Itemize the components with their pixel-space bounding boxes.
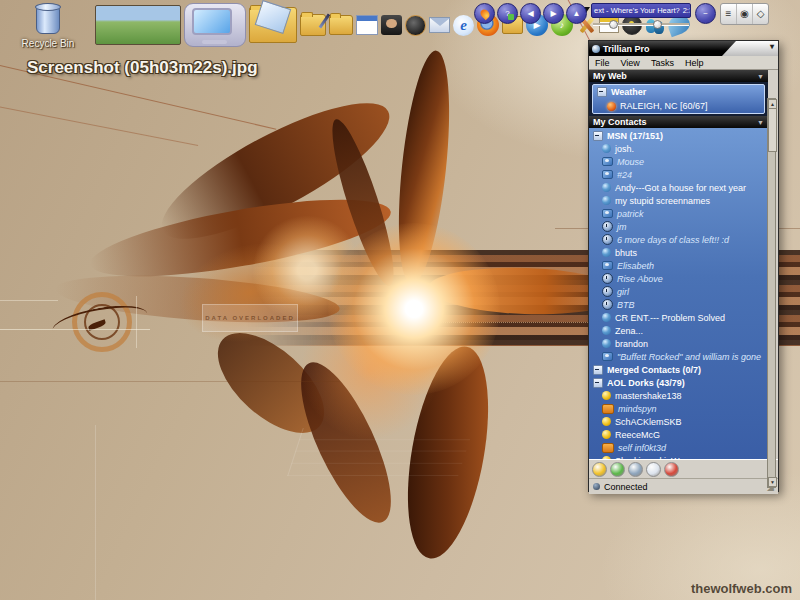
contact-group-header[interactable]: Merged Contacts (0/7) [589, 363, 768, 376]
contact-row[interactable]: CR ENT.--- Problem Solved [589, 311, 768, 324]
collapse-group-icon[interactable] [593, 365, 603, 375]
contact-row[interactable]: Mouse [589, 155, 768, 168]
folder-pen-icon[interactable] [300, 14, 326, 36]
collapse-group-icon[interactable] [593, 131, 603, 141]
contact-row[interactable]: 6 more days of class left!! :d [589, 233, 768, 246]
chevron-down-icon[interactable]: ▼ [757, 119, 764, 126]
diamond-button[interactable]: ◇ [752, 4, 768, 24]
scroll-thumb[interactable] [768, 108, 777, 152]
title-bar[interactable]: Trillian Pro ▾ [589, 41, 778, 56]
msn-away-status-icon [602, 170, 613, 179]
contact-row[interactable]: Elisabeth [589, 259, 768, 272]
menu-button[interactable]: ≡ [721, 4, 736, 24]
contact-name: BTB [617, 300, 635, 310]
contact-row[interactable]: SharkispackinW [589, 454, 768, 459]
contact-row[interactable]: josh. [589, 142, 768, 155]
screenshot-filename-label: Screenshot (05h03m22s).jpg [27, 58, 258, 78]
record-button[interactable]: ◉ [736, 4, 752, 24]
menu-help[interactable]: Help [685, 58, 704, 68]
folder-icon[interactable] [329, 15, 353, 35]
internet-explorer-icon[interactable]: e [453, 15, 474, 36]
contact-row[interactable]: "Buffett Rocked" and william is gone [589, 350, 768, 363]
site-watermark: thewolfweb.com [691, 581, 792, 596]
contact-name: patrick [617, 209, 644, 219]
contact-name: girl [617, 287, 629, 297]
contact-group-header[interactable]: MSN (17/151) [589, 129, 768, 142]
msn-medallion[interactable] [628, 462, 643, 477]
contact-name: josh. [615, 144, 634, 154]
contact-row[interactable]: SchACKlemSKB [589, 415, 768, 428]
hot-list-button[interactable] [474, 3, 495, 24]
wallpaper-preview-icon[interactable] [95, 5, 181, 45]
contact-name: CR ENT.--- Problem Solved [615, 313, 725, 323]
chevron-down-icon[interactable]: ▼ [757, 73, 764, 80]
msn-away-status-icon [602, 261, 613, 270]
seek-slider[interactable] [591, 20, 691, 27]
window-collapse-icon[interactable]: ▾ [770, 42, 774, 51]
my-computer-icon[interactable] [184, 3, 246, 47]
contact-row[interactable]: BTB [589, 298, 768, 311]
contact-list: MSN (17/151)josh.Mouse#24Andy---Got a ho… [589, 128, 768, 459]
slider-knob-1[interactable] [609, 20, 618, 29]
jabber-medallion[interactable] [646, 462, 661, 477]
user-photo-icon[interactable] [381, 15, 402, 35]
previous-track-button[interactable]: ◀ [520, 3, 541, 24]
idle-status-icon [602, 299, 613, 310]
contact-name: ReeceMcG [615, 430, 660, 440]
menu-bar: FileViewTasksHelp [589, 56, 778, 70]
group-label: AOL Dorks (43/79) [607, 378, 685, 388]
contact-row[interactable]: mastershake138 [589, 389, 768, 402]
contact-row[interactable]: patrick [589, 207, 768, 220]
msn-away-status-icon [602, 157, 613, 166]
help-button[interactable]: ? [497, 3, 518, 24]
contact-row[interactable]: Rise Above [589, 272, 768, 285]
menu-tasks[interactable]: Tasks [651, 58, 674, 68]
contact-name: brandon [615, 339, 648, 349]
contact-row[interactable]: #24 [589, 168, 768, 181]
collapse-group-icon[interactable] [597, 87, 607, 97]
collapse-player-button[interactable]: − [695, 3, 716, 24]
contact-name: self inf0kt3d [618, 443, 666, 453]
my-contacts-label: My Contacts [593, 117, 647, 127]
menu-file[interactable]: File [595, 58, 610, 68]
my-web-section-bar[interactable]: My Web ▼ [589, 70, 768, 82]
contact-row[interactable]: self inf0kt3d [589, 441, 768, 454]
ticker-song-title: ext - Where's Your Heart? [594, 6, 680, 15]
contact-row[interactable]: Zena... [589, 324, 768, 337]
my-contacts-section-bar[interactable]: My Contacts ▼ [589, 116, 768, 128]
eject-button[interactable]: ▲ [566, 3, 587, 24]
aim-medallion[interactable] [592, 462, 607, 477]
connection-medallions [589, 459, 778, 478]
weather-selected-item[interactable]: Weather RALEIGH, NC [60/67] [592, 84, 765, 114]
mail-icon[interactable] [429, 17, 450, 33]
next-track-button[interactable]: ▶ [543, 3, 564, 24]
contact-row[interactable]: ReeceMcG [589, 428, 768, 441]
aim-on-status-icon [602, 456, 611, 459]
contact-row[interactable]: my stupid screennames [589, 194, 768, 207]
contact-row[interactable]: bhuts [589, 246, 768, 259]
slider-knob-2[interactable] [653, 20, 662, 29]
contact-row[interactable]: brandon [589, 337, 768, 350]
open-folder-icon[interactable] [249, 7, 297, 43]
contact-row[interactable]: jm [589, 220, 768, 233]
media-ticker: ext - Where's Your Heart? 2:34 [591, 3, 691, 27]
media-player-controls: ?◀▶▲ ext - Where's Your Heart? 2:34 − ≡◉… [474, 3, 769, 27]
contact-row[interactable]: girl [589, 285, 768, 298]
yahoo-medallion[interactable] [664, 462, 679, 477]
aim-away-status-icon [602, 443, 614, 453]
trillian-logo-icon [592, 45, 600, 53]
weather-group-label: Weather [611, 87, 646, 97]
contact-group-header[interactable]: AOL Dorks (43/79) [589, 376, 768, 389]
dark-globe-icon[interactable] [405, 15, 426, 36]
recycle-bin-icon[interactable]: Recycle Bin [12, 6, 84, 49]
notepad-icon[interactable] [356, 15, 378, 35]
contact-list-scrollbar[interactable]: ▲ ▼ [767, 98, 776, 488]
contact-row[interactable]: Andy---Got a house for next year [589, 181, 768, 194]
icq-medallion[interactable] [610, 462, 625, 477]
collapse-group-icon[interactable] [593, 378, 603, 388]
contact-row[interactable]: mindspyn [589, 402, 768, 415]
contact-name: Mouse [617, 157, 644, 167]
menu-view[interactable]: View [621, 58, 640, 68]
scroll-down-icon[interactable]: ▼ [768, 477, 777, 487]
idle-status-icon [602, 234, 613, 245]
